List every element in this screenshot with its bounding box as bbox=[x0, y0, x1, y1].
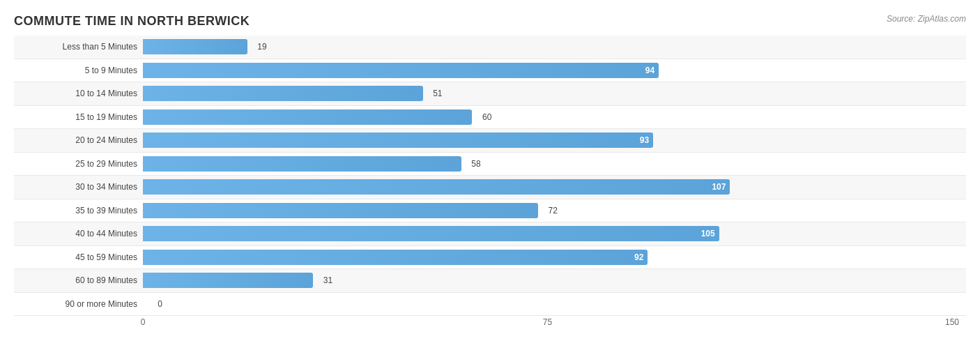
bar-fill: 60 bbox=[143, 109, 472, 125]
bar-fill: 19 bbox=[143, 39, 247, 54]
chart-title: COMMUTE TIME IN NORTH BERWICK bbox=[14, 14, 966, 29]
bar-row: 35 to 39 Minutes72 bbox=[14, 199, 966, 223]
x-tick-label: 150 bbox=[945, 317, 959, 327]
bar-row: 45 to 59 Minutes92 bbox=[14, 246, 966, 270]
bar-fill: 72 bbox=[143, 203, 538, 218]
bar-row: 40 to 44 Minutes105 bbox=[14, 222, 966, 246]
bar-label: 90 or more Minutes bbox=[14, 299, 143, 309]
bar-track: 107 bbox=[143, 179, 966, 195]
bar-value: 105 bbox=[701, 229, 715, 238]
bar-row: 5 to 9 Minutes94 bbox=[14, 59, 966, 83]
bar-value: 51 bbox=[433, 89, 442, 98]
x-axis: 075150 bbox=[143, 317, 952, 331]
chart-container: COMMUTE TIME IN NORTH BERWICK Source: Zi… bbox=[0, 0, 980, 364]
bar-track: 31 bbox=[143, 273, 966, 288]
bar-value: 58 bbox=[471, 159, 480, 169]
bar-row: 10 to 14 Minutes51 bbox=[14, 82, 966, 106]
bar-track: 93 bbox=[143, 132, 966, 148]
bar-label: 60 to 89 Minutes bbox=[14, 275, 143, 285]
bar-fill: 107 bbox=[143, 179, 730, 195]
bar-label: 25 to 29 Minutes bbox=[14, 159, 143, 169]
bar-track: 92 bbox=[143, 250, 966, 265]
bar-label: 10 to 14 Minutes bbox=[14, 89, 143, 98]
bar-track: 19 bbox=[143, 39, 966, 54]
bar-value: 0 bbox=[158, 299, 162, 309]
bar-value: 94 bbox=[645, 66, 654, 75]
bar-row: 90 or more Minutes0 bbox=[14, 293, 966, 317]
bar-label: 15 to 19 Minutes bbox=[14, 112, 143, 122]
bar-value: 19 bbox=[257, 42, 266, 52]
bar-row: Less than 5 Minutes19 bbox=[14, 36, 966, 59]
bar-track: 94 bbox=[143, 63, 966, 78]
x-tick-label: 0 bbox=[141, 317, 146, 327]
bar-track: 72 bbox=[143, 203, 966, 218]
bar-row: 15 to 19 Minutes60 bbox=[14, 106, 966, 130]
bar-value: 92 bbox=[634, 252, 643, 262]
bar-fill: 58 bbox=[143, 156, 461, 172]
source-label: Source: ZipAtlas.com bbox=[887, 14, 966, 24]
bar-label: 40 to 44 Minutes bbox=[14, 229, 143, 238]
bar-label: 45 to 59 Minutes bbox=[14, 252, 143, 262]
bars-area: Less than 5 Minutes195 to 9 Minutes9410 … bbox=[14, 36, 966, 316]
bar-fill: 105 bbox=[143, 226, 719, 241]
bar-row: 60 to 89 Minutes31 bbox=[14, 269, 966, 293]
bar-row: 25 to 29 Minutes58 bbox=[14, 153, 966, 176]
bar-label: Less than 5 Minutes bbox=[14, 42, 143, 52]
bar-track: 0 bbox=[143, 296, 966, 312]
bar-track: 105 bbox=[143, 226, 966, 241]
bar-label: 5 to 9 Minutes bbox=[14, 66, 143, 75]
bar-fill: 93 bbox=[143, 132, 653, 148]
bar-label: 20 to 24 Minutes bbox=[14, 135, 143, 145]
bar-track: 58 bbox=[143, 156, 966, 172]
bar-row: 30 to 34 Minutes107 bbox=[14, 176, 966, 199]
bar-value: 31 bbox=[323, 275, 332, 285]
bar-value: 107 bbox=[712, 182, 726, 192]
bar-fill: 94 bbox=[143, 63, 659, 78]
bar-fill: 92 bbox=[143, 250, 648, 265]
bar-track: 51 bbox=[143, 86, 966, 101]
bar-fill: 31 bbox=[143, 273, 313, 288]
bar-value: 93 bbox=[640, 135, 649, 145]
bar-label: 30 to 34 Minutes bbox=[14, 182, 143, 192]
bar-value: 72 bbox=[549, 206, 558, 215]
bar-row: 20 to 24 Minutes93 bbox=[14, 129, 966, 153]
bar-value: 60 bbox=[482, 112, 491, 122]
bar-fill: 51 bbox=[143, 86, 423, 101]
bar-label: 35 to 39 Minutes bbox=[14, 206, 143, 215]
x-tick-label: 75 bbox=[543, 317, 552, 327]
bar-track: 60 bbox=[143, 109, 966, 125]
